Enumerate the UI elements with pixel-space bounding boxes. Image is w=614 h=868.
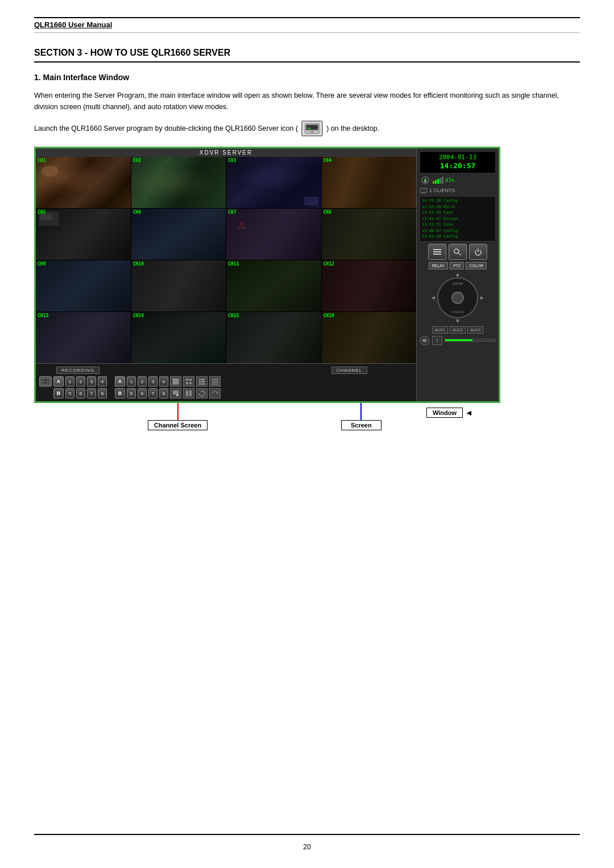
tape-icon: [39, 376, 52, 387]
button-row-2: B 5 6 7 8 B 5 6 7 8: [39, 388, 413, 398]
ch-btn-1[interactable]: 1: [127, 376, 136, 387]
svg-point-54: [454, 249, 459, 254]
button-rows: A 1 2 3 4 A 1 2 3: [39, 376, 413, 398]
channel-9[interactable]: CH9: [36, 260, 131, 312]
svg-rect-18: [201, 381, 203, 383]
layout-btn-refresh[interactable]: [209, 388, 221, 398]
ctrl-btn-power[interactable]: [469, 244, 487, 260]
channel-7[interactable]: CH7 ⚠: [226, 209, 321, 260]
channel-15[interactable]: CH15: [226, 312, 321, 363]
layout-btn-16[interactable]: [209, 376, 221, 387]
svg-rect-53: [433, 254, 441, 255]
ctrl-btn-search[interactable]: [449, 244, 467, 260]
datetime-display: 2004-01-13 14:20:57: [420, 151, 496, 173]
rec-btn-b[interactable]: B: [53, 388, 64, 398]
svg-point-47: [425, 180, 426, 181]
svg-rect-36: [214, 384, 215, 385]
ch-btn-2[interactable]: 2: [138, 376, 147, 387]
channel-2[interactable]: CH2: [131, 157, 226, 208]
svg-rect-41: [186, 391, 188, 396]
svg-point-7: [47, 380, 49, 383]
aux3-btn[interactable]: AUX3: [467, 326, 483, 334]
bottom-panel: RECORDING CHANNEL A: [36, 363, 416, 401]
ch-btn-8[interactable]: 8: [159, 388, 168, 398]
channel-16[interactable]: CH16: [322, 312, 417, 363]
ch-btn-3[interactable]: 3: [148, 376, 157, 387]
rec-btn-7[interactable]: 7: [87, 388, 96, 398]
channel-4[interactable]: CH4: [322, 157, 417, 208]
ptz-left[interactable]: ◄: [430, 294, 436, 301]
ptz-down[interactable]: ▼: [420, 318, 496, 324]
layout-btn-single[interactable]: [170, 376, 181, 387]
svg-rect-51: [433, 249, 441, 250]
signal-bars: [433, 177, 443, 184]
window-label-group: Window ◄: [426, 408, 473, 418]
svg-rect-23: [212, 379, 213, 380]
rec-btn-6[interactable]: 6: [76, 388, 85, 398]
channel-5[interactable]: CH5: [36, 209, 131, 260]
screen-arrow-line: [360, 403, 362, 420]
ch-btn-7[interactable]: 7: [148, 388, 157, 398]
body-text: When entering the Server Program, the ma…: [34, 90, 580, 113]
svg-rect-49: [421, 189, 426, 192]
svg-rect-50: [422, 193, 425, 193]
layout-btn-rotate[interactable]: [196, 388, 208, 398]
svg-rect-39: [173, 391, 179, 394]
color-btn[interactable]: COLOR: [466, 262, 487, 269]
layout-btn-9[interactable]: [196, 376, 208, 387]
channel-2-label: CH2: [133, 158, 141, 163]
svg-rect-33: [215, 382, 217, 383]
aux2-btn[interactable]: AUX2: [450, 326, 466, 334]
channel-screen-label-group: Channel Screen: [148, 403, 208, 430]
channel-1[interactable]: CH1: [36, 157, 131, 208]
channel-1-label: CH1: [38, 158, 45, 163]
svg-rect-25: [215, 379, 217, 380]
layout-btn-pip[interactable]: [170, 388, 181, 398]
ch-btn-4[interactable]: 4: [159, 376, 168, 387]
ptz-btn[interactable]: PTZ: [450, 262, 464, 269]
channel-screen-arrow-line: [177, 403, 179, 420]
ch-btn-b[interactable]: B: [115, 388, 125, 398]
relay-btn[interactable]: RELAY: [429, 262, 448, 269]
channel-11[interactable]: CH11: [226, 260, 321, 312]
rec-btn-a[interactable]: A: [53, 376, 64, 387]
svg-text:▶▶: ▶▶: [308, 126, 311, 130]
svg-rect-38: [217, 384, 218, 385]
svg-rect-13: [189, 382, 192, 384]
ptz-joystick[interactable]: ZOOM FOCUS: [437, 277, 478, 318]
ctrl-btn-list[interactable]: [428, 244, 446, 260]
channel-12[interactable]: CH12: [322, 260, 417, 312]
rec-btn-4[interactable]: 4: [98, 376, 107, 387]
channel-11-label: CH11: [228, 261, 239, 267]
speaker-btn[interactable]: [420, 336, 430, 345]
ch-btn-5[interactable]: 5: [127, 388, 136, 398]
ch-btn-a[interactable]: A: [115, 376, 125, 387]
layout-btn-split[interactable]: [183, 388, 194, 398]
layout-btn-quad[interactable]: [183, 376, 194, 387]
rec-btn-1[interactable]: 1: [65, 376, 74, 387]
log-entry-2: 13:41:55 Conn: [422, 210, 493, 216]
volume-slider[interactable]: [445, 339, 496, 342]
aux1-btn[interactable]: AUX1: [432, 326, 448, 334]
svg-rect-14: [199, 379, 201, 380]
clients-row: 1 CLIENTS: [420, 187, 496, 194]
channel-14[interactable]: CH14: [131, 312, 226, 363]
svg-rect-29: [215, 380, 217, 381]
zoom-label: ZOOM: [453, 282, 463, 285]
ptz-right[interactable]: ►: [479, 294, 485, 301]
rec-btn-5[interactable]: 5: [65, 388, 74, 398]
channel-6[interactable]: CH6: [131, 209, 226, 260]
channel-13[interactable]: CH13: [36, 312, 131, 363]
channel-8[interactable]: CH8: [322, 209, 417, 260]
power-btn-small[interactable]: I: [432, 336, 442, 345]
rec-btn-3[interactable]: 3: [87, 376, 96, 387]
channel-3[interactable]: CH3: [226, 157, 321, 208]
channel-3-label: CH3: [228, 158, 236, 163]
rec-btn-2[interactable]: 2: [76, 376, 85, 387]
ch-btn-6[interactable]: 6: [138, 388, 147, 398]
dvr-screenshot: XDVR SERVER CH1 CH2 CH3: [34, 147, 500, 403]
subsection-title: 1. Main Interface Window: [34, 73, 580, 82]
channel-10[interactable]: CH10: [131, 260, 226, 312]
rec-btn-8[interactable]: 8: [98, 388, 107, 398]
ptz-up[interactable]: ▲: [420, 272, 496, 277]
